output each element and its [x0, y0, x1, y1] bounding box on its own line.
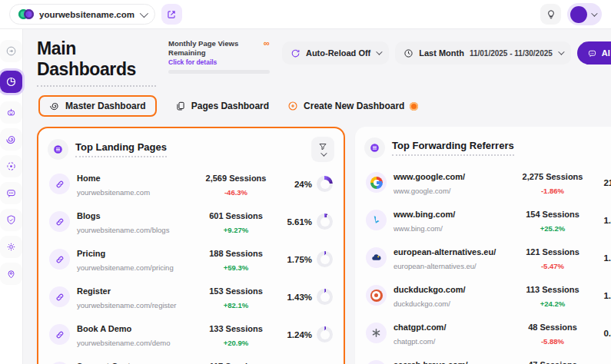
percent-value: 1.13%	[599, 253, 611, 263]
referrer-url: duckduckgo.com/	[393, 299, 450, 308]
sidebar-item-locations[interactable]	[0, 263, 22, 285]
clock-icon	[403, 48, 413, 58]
widget-icon-wrap	[364, 137, 385, 158]
database-list-icon	[369, 142, 380, 154]
referrer-name: duckduckgo.com/	[393, 285, 466, 294]
tab-label: Master Dashboard	[65, 101, 146, 111]
delta-value: -1.86%	[541, 187, 564, 195]
create-new-label: Create New Dashboard	[304, 101, 404, 111]
avatar	[570, 6, 587, 23]
list-item[interactable]: www.bing.com/www.bing.com/ 154 Sessions+…	[364, 201, 611, 239]
chat-icon	[587, 48, 597, 58]
database-list-icon	[52, 144, 64, 155]
referrer-name: chatgpt.com/	[393, 323, 446, 332]
donut-chart	[317, 176, 333, 192]
link-icon	[55, 179, 65, 190]
list-item[interactable]: Homeyourwebsitename.com 2,569 Sessions-4…	[48, 165, 334, 203]
delta-value: +9.27%	[224, 226, 249, 234]
list-item[interactable]: Pricingyourwebsitename.com/pricing 188 S…	[48, 240, 334, 278]
site-selector[interactable]: yourwebsitename.com	[9, 4, 155, 25]
list-item[interactable]: Book A Demoyourwebsitename.com/demo 133 …	[48, 316, 334, 353]
date-range-picker[interactable]: Last Month 11/01/2025 - 11/30/2025	[395, 41, 571, 65]
page-url: yourwebsitename.com/register	[77, 301, 176, 309]
list-item[interactable]: Support Centeryourwebsitename.com/suppor…	[48, 353, 334, 364]
page-name: Book A Demo	[77, 324, 131, 333]
expand-sidebar-icon	[5, 45, 17, 57]
referrer-name: www.google.com/	[393, 172, 465, 181]
sidebar-item-bot[interactable]	[0, 101, 22, 124]
delta-value: +20.9%	[224, 339, 249, 347]
spiral-dashboard-icon	[49, 101, 60, 111]
percent-value: 1.43%	[283, 293, 312, 302]
percent-value: 24%	[283, 180, 312, 189]
delta-value: +24.2%	[540, 299, 566, 308]
ai-assistant-label: AI Assistant	[602, 48, 611, 58]
sessions-value: 2,569 Sessions	[206, 174, 267, 183]
pages-icon	[175, 101, 186, 111]
sessions-value: 601 Sessions	[209, 211, 263, 220]
page-url: yourwebsitename.com	[77, 188, 150, 197]
sidebar	[0, 29, 23, 364]
list-item[interactable]: chatgpt.com/chatgpt.com/ 48 Sessions-5.8…	[364, 314, 611, 352]
duckduckgo-icon	[370, 290, 383, 302]
scan-target-icon	[5, 160, 17, 172]
tips-button[interactable]	[540, 4, 561, 25]
page-views-remaining: Monthly Page Views Remaining ∞ Click for…	[168, 39, 270, 74]
bot-icon	[5, 107, 17, 118]
page-header: Main Dashboards Monthly Page Views Remai…	[37, 38, 611, 87]
click-for-details-link[interactable]: Click for details	[168, 58, 270, 66]
tab-pages-dashboard[interactable]: Pages Dashboard	[172, 96, 272, 116]
donut-chart	[317, 289, 333, 305]
delta-value: +25.2%	[540, 224, 566, 233]
sidebar-item-settings[interactable]	[0, 236, 22, 258]
sessions-value: 121 Sessions	[526, 247, 579, 256]
auto-reload-dropdown[interactable]: Auto-Reload Off	[282, 41, 389, 65]
referrer-name: european-alternatives.eu/	[393, 247, 496, 256]
page-views-progressbar	[168, 70, 270, 74]
top-forwarding-referrers-card: Top Forwarding Referrers www.google.com/…	[355, 127, 611, 364]
date-preset-label: Last Month	[419, 48, 464, 58]
list-item[interactable]: Registeryourwebsitename.com/register 153…	[48, 278, 334, 316]
sidebar-item-sessions[interactable]	[0, 128, 22, 151]
user-menu[interactable]	[567, 3, 602, 25]
percent-value: 1.05%	[599, 291, 611, 300]
open-website-button[interactable]	[161, 4, 182, 25]
percent-value: 0.45%	[599, 329, 611, 338]
site-name: yourwebsitename.com	[39, 10, 134, 19]
create-new-dashboard-button[interactable]: Create New Dashboard	[287, 101, 418, 111]
donut-chart	[317, 213, 333, 230]
list-item[interactable]: Blogsyourwebsitename.com/blogs 601 Sessi…	[48, 203, 334, 240]
lightbulb-icon	[546, 9, 556, 20]
sidebar-item-visitors[interactable]	[0, 155, 22, 177]
expand-sidebar-button[interactable]	[0, 40, 22, 62]
page-title: Main Dashboards	[37, 38, 156, 87]
chevron-down-icon	[558, 48, 564, 55]
dashboards-pie-icon	[5, 76, 17, 88]
external-link-icon	[166, 9, 177, 20]
sessions-value: 154 Sessions	[526, 210, 579, 219]
main-content: Main Dashboards Monthly Page Views Remai…	[23, 29, 611, 364]
list-item[interactable]: search.brave.com/search.brave.com/ 47 Se…	[364, 352, 611, 364]
delta-value: -46.3%	[224, 188, 247, 197]
sessions-value: 2,275 Sessions	[523, 172, 583, 181]
chat-bubble-icon	[5, 187, 17, 199]
list-item[interactable]: www.google.com/www.google.com/ 2,275 Ses…	[364, 164, 611, 201]
widget-icon-wrap	[48, 139, 68, 160]
tab-master-dashboard[interactable]: Master Dashboard	[38, 95, 157, 117]
bing-icon	[370, 214, 382, 226]
plus-circle-icon	[287, 101, 298, 111]
delta-value: +59.3%	[224, 263, 249, 272]
landing-filter-button[interactable]	[311, 137, 334, 162]
list-item[interactable]: duckduckgo.com/duckduckgo.com/ 113 Sessi…	[364, 276, 611, 314]
ai-assistant-button[interactable]: AI Assistant	[577, 41, 611, 65]
sidebar-item-dashboards[interactable]	[0, 71, 22, 93]
page-url: yourwebsitename.com/demo	[77, 339, 170, 347]
list-item[interactable]: european-alternatives.eu/european-altern…	[364, 239, 611, 276]
chevron-down-icon	[591, 10, 597, 16]
referrer-url: www.bing.com/	[393, 224, 443, 233]
page-name: Pricing	[77, 249, 105, 258]
sessions-value: 48 Sessions	[528, 323, 577, 332]
referrer-url: www.google.com/	[393, 187, 450, 195]
sidebar-item-security[interactable]	[0, 209, 22, 231]
sidebar-item-chat[interactable]	[0, 182, 22, 204]
